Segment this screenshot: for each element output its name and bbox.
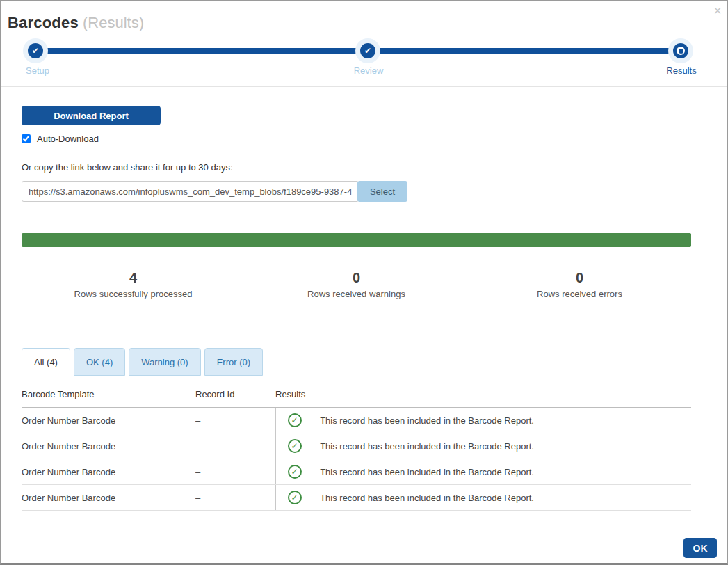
auto-download-checkbox[interactable] [22,134,31,143]
col-barcode-template: Barcode Template [22,381,195,408]
wizard-stepper: ✔ ✔ Setup Review Results [1,32,727,86]
modal-body: Download Report Auto-Download Or copy th… [1,87,727,511]
share-url-input[interactable] [22,181,359,202]
result-message: This record has been included in the Bar… [320,467,534,477]
cell-barcode-template: Order Number Barcode [22,408,195,433]
auto-download-row: Auto-Download [22,134,691,144]
stat-processed-label: Rows successfully processed [22,289,245,299]
cell-barcode-template: Order Number Barcode [22,459,195,485]
step-label-results[interactable]: Results [666,65,696,76]
download-report-button[interactable]: Download Report [22,106,161,125]
stat-warnings: 0 Rows received warnings [245,270,468,299]
table-header-row: Barcode Template Record Id Results [22,381,691,408]
tab-all[interactable]: All (4) [22,348,70,379]
success-check-icon: ✓ [288,491,302,504]
barcodes-results-modal: × Barcodes (Results) ✔ ✔ Setup Review Re… [0,0,728,565]
col-record-id: Record Id [195,381,275,408]
tab-ok[interactable]: OK (4) [74,348,125,376]
select-button[interactable]: Select [357,181,407,202]
modal-header: Barcodes (Results) [1,1,727,32]
share-instruction-text: Or copy the link below and share it for … [22,162,691,173]
title-text: Barcodes [8,14,79,31]
success-check-icon: ✓ [288,439,302,453]
progress-bar-fill [22,233,691,247]
ok-button[interactable]: OK [683,538,717,558]
step-results-dot-icon [673,43,688,58]
step-label-setup[interactable]: Setup [26,65,49,76]
cell-results: ✓ This record has been included in the B… [275,433,691,459]
cell-record-id: – [195,408,275,433]
results-filter-tabs: All (4) OK (4) Warning (0) Error (0) [22,348,691,379]
stat-errors-value: 0 [468,270,691,285]
table-row: Order Number Barcode – ✓ This record has… [22,459,691,485]
stat-warnings-value: 0 [245,270,468,285]
cell-results: ✓ This record has been included in the B… [275,408,691,433]
step-review-check-icon: ✔ [360,43,375,58]
progress-bar [22,233,691,247]
table-row: Order Number Barcode – ✓ This record has… [22,485,691,511]
stat-processed-value: 4 [22,270,245,285]
cell-barcode-template: Order Number Barcode [22,433,195,459]
col-results: Results [275,381,691,408]
page-title: Barcodes (Results) [8,14,720,32]
auto-download-label: Auto-Download [37,134,99,144]
step-label-review[interactable]: Review [354,65,384,76]
cell-record-id: – [195,485,275,511]
table-row: Order Number Barcode – ✓ This record has… [22,433,691,459]
cell-results: ✓ This record has been included in the B… [275,485,691,511]
share-link-row: Select [22,181,691,202]
title-subtext: (Results) [83,14,144,31]
cell-record-id: – [195,459,275,485]
stat-processed: 4 Rows successfully processed [22,270,245,299]
table-row: Order Number Barcode – ✓ This record has… [22,408,691,433]
stat-errors: 0 Rows received errors [468,270,691,299]
result-message: This record has been included in the Bar… [320,493,534,503]
result-message: This record has been included in the Bar… [320,441,534,452]
stat-warnings-label: Rows received warnings [245,289,468,299]
tab-error[interactable]: Error (0) [204,348,263,376]
stat-errors-label: Rows received errors [468,289,691,299]
result-message: This record has been included in the Bar… [320,415,534,426]
tab-warning[interactable]: Warning (0) [129,348,200,376]
cell-results: ✓ This record has been included in the B… [275,459,691,485]
success-check-icon: ✓ [288,465,302,479]
success-check-icon: ✓ [288,413,302,427]
close-icon[interactable]: × [713,3,722,17]
summary-stats: 4 Rows successfully processed 0 Rows rec… [22,270,691,299]
step-setup-check-icon: ✔ [28,43,43,58]
cell-barcode-template: Order Number Barcode [22,485,195,511]
modal-footer: OK [1,532,727,563]
cell-record-id: – [195,433,275,459]
stepper-track [35,48,679,54]
results-table: Barcode Template Record Id Results Order… [22,381,691,511]
